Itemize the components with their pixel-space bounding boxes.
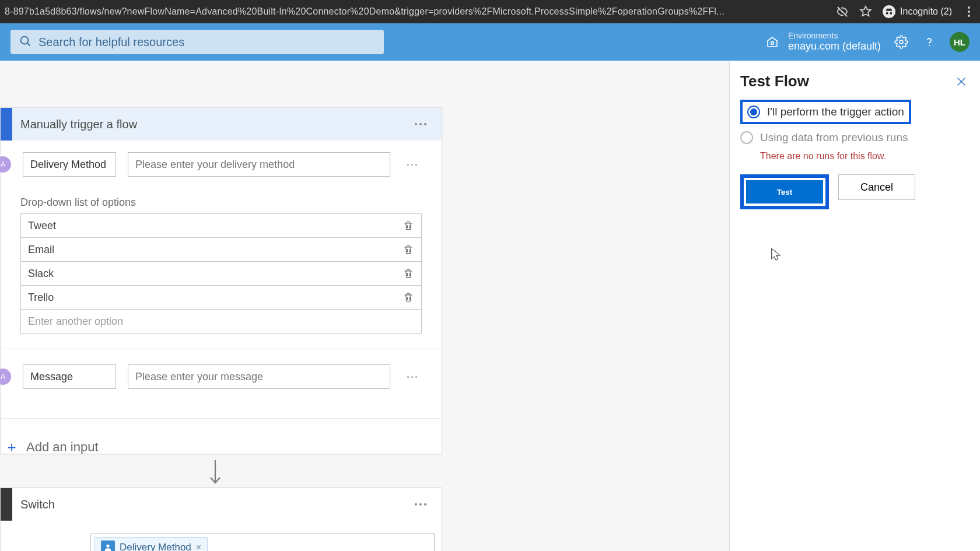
svg-point-3 <box>929 45 930 46</box>
browser-address-bar: 8-897b1a5d8b63/flows/new?newFlowName=Adv… <box>0 0 980 23</box>
option-row-new <box>21 310 421 334</box>
eye-off-icon[interactable] <box>836 5 849 18</box>
option-row <box>21 238 421 262</box>
option-input[interactable] <box>21 286 391 309</box>
app-header: Environments enayu.com (default) HL <box>0 23 980 61</box>
panel-title: Test Flow <box>740 72 809 90</box>
test-button[interactable]: Test <box>746 180 823 203</box>
search-input[interactable] <box>38 36 376 49</box>
option-input[interactable] <box>21 262 391 285</box>
divider <box>1 418 442 419</box>
workspace: Manually trigger a flow A Delivery Metho… <box>0 61 980 551</box>
options-list <box>20 213 422 334</box>
switch-card-header[interactable]: Switch <box>1 488 442 521</box>
avatar[interactable]: HL <box>950 32 970 52</box>
switch-on-field[interactable]: Delivery Method × <box>90 534 435 551</box>
option-row <box>21 262 421 286</box>
add-input-label: Add an input <box>26 440 99 455</box>
search-icon <box>19 34 32 50</box>
switch-badge <box>1 488 12 521</box>
star-icon[interactable] <box>859 5 872 18</box>
incognito-indicator[interactable]: Incognito (2) <box>883 5 952 18</box>
param-avatar: A <box>0 156 11 173</box>
pill-remove-icon[interactable]: × <box>196 542 201 551</box>
radio-group: I'll perform the trigger action Using da… <box>740 100 970 162</box>
trigger-menu-button[interactable] <box>409 113 432 136</box>
param-avatar: A <box>0 368 11 385</box>
radio-icon <box>740 131 753 144</box>
incognito-label: Incognito (2) <box>900 6 952 17</box>
test-button-highlight: Test <box>740 174 829 209</box>
option-row <box>21 286 421 310</box>
svg-point-2 <box>900 40 903 44</box>
radio-perform-trigger[interactable]: I'll perform the trigger action <box>740 100 911 124</box>
person-icon <box>101 541 115 551</box>
option-row <box>21 214 421 238</box>
radio-label: I'll perform the trigger action <box>767 106 904 118</box>
trigger-title: Manually trigger a flow <box>20 118 409 131</box>
gear-icon[interactable] <box>894 34 909 50</box>
search-box[interactable] <box>10 30 384 54</box>
radio-icon <box>747 106 760 118</box>
environment-picker[interactable]: Environments enayu.com (default) <box>765 31 881 52</box>
no-runs-text: There are no runs for this flow. <box>760 151 970 162</box>
close-icon[interactable] <box>953 73 970 90</box>
browser-icons: Incognito (2) <box>836 5 975 18</box>
environment-icon <box>765 34 780 50</box>
svg-point-4 <box>106 545 109 548</box>
radio-previous-runs: Using data from previous runs <box>740 131 970 144</box>
panel-actions: Test Cancel <box>740 174 970 209</box>
flow-arrow-icon <box>207 460 223 487</box>
switch-menu-button[interactable] <box>409 493 432 516</box>
message-menu-button[interactable] <box>402 367 422 387</box>
svg-point-0 <box>21 37 29 44</box>
help-icon[interactable] <box>922 34 937 50</box>
trigger-card-header[interactable]: Manually trigger a flow <box>1 108 442 141</box>
pill-label: Delivery Method <box>120 542 191 551</box>
delete-icon[interactable] <box>396 286 421 309</box>
switch-title: Switch <box>20 498 409 511</box>
radio-label: Using data from previous runs <box>760 131 908 144</box>
input-row-message: A Message <box>20 364 422 389</box>
delete-icon[interactable] <box>396 262 421 285</box>
delivery-menu-button[interactable] <box>402 155 422 174</box>
environment-name: enayu.com (default) <box>788 41 881 52</box>
divider <box>1 349 442 349</box>
delete-icon[interactable] <box>396 214 421 237</box>
test-flow-panel: Test Flow I'll perform the trigger actio… <box>729 61 980 551</box>
dynamic-content-pill[interactable]: Delivery Method × <box>94 537 208 551</box>
delete-icon[interactable] <box>396 238 421 261</box>
delivery-input[interactable] <box>128 152 390 177</box>
delivery-label[interactable]: Delivery Method <box>23 152 116 177</box>
message-input[interactable] <box>128 364 390 389</box>
option-input[interactable] <box>21 214 391 237</box>
environment-label: Environments <box>788 31 881 40</box>
options-section-label: Drop-down list of options <box>20 196 422 209</box>
cancel-button[interactable]: Cancel <box>838 174 915 200</box>
trigger-badge <box>1 108 12 141</box>
option-input[interactable] <box>21 238 391 261</box>
trigger-card: Manually trigger a flow A Delivery Metho… <box>0 107 442 454</box>
svg-point-1 <box>771 42 774 45</box>
incognito-icon <box>883 5 895 18</box>
plus-icon: + <box>4 440 19 455</box>
message-label[interactable]: Message <box>23 364 116 389</box>
browser-menu-icon[interactable] <box>963 5 975 18</box>
option-new-input[interactable] <box>21 310 421 333</box>
url-text: 8-897b1a5d8b63/flows/new?newFlowName=Adv… <box>5 6 724 17</box>
switch-card: Switch Delivery Method × <box>0 487 442 551</box>
input-row-delivery: A Delivery Method <box>20 152 422 177</box>
